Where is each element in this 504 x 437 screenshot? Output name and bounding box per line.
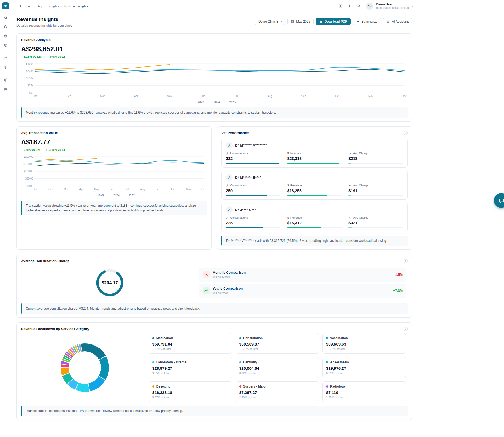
search-button[interactable] — [26, 2, 33, 10]
sidebar-group-bottom — [2, 76, 9, 93]
svg-text:Sep: Sep — [301, 95, 306, 98]
category-percent: 6.61% of total — [326, 372, 402, 375]
clinic-selector[interactable]: Demo Clinic 8▾ — [255, 18, 285, 25]
vet-performance-insight-note: D* M****** V******** leads with 23,315.7… — [221, 236, 408, 246]
apps-button[interactable] — [337, 2, 344, 10]
sun-icon — [348, 4, 352, 8]
user-menu-chevron-icon[interactable]: ⌄ — [411, 5, 414, 7]
sidebar-item-insights[interactable] — [2, 64, 9, 71]
consultations-label: Consultations — [226, 152, 280, 155]
sidebar-item-settings[interactable] — [2, 86, 9, 93]
category-value: $7,110 — [326, 390, 402, 395]
date-selector[interactable]: May 2025 — [287, 18, 314, 25]
user-avatar[interactable]: DU — [366, 3, 373, 10]
breakdown-donut-wrap — [21, 339, 149, 396]
sidebar-item-support[interactable] — [2, 23, 9, 30]
category-dot-icon — [239, 385, 241, 388]
svg-text:Nov: Nov — [186, 188, 191, 191]
sidebar-item-print[interactable] — [2, 32, 9, 40]
globe-icon — [3, 43, 8, 47]
comparison-texts: Yearly Comparison vs Last Year — [213, 286, 390, 295]
legend-swatch — [193, 102, 196, 102]
consultation-charge-body: $204.17 Monthly Comparison vs Last Month… — [21, 266, 408, 300]
chart-board-icon — [3, 65, 8, 69]
notifications-button[interactable] — [355, 2, 362, 10]
category-card[interactable]: Medication $59,791.04 19.77% of total — [149, 333, 232, 354]
category-card[interactable]: Radiology $7,110 2.35% of total — [322, 381, 406, 402]
user-name: Demo User — [376, 2, 409, 6]
ai-assistant-button[interactable]: AI Assistant — [383, 18, 412, 25]
legend-item-2023[interactable]: 2023 — [193, 101, 204, 104]
category-card[interactable]: Vaccination $39,683.63 13.12% of total — [322, 333, 406, 354]
avg-transaction-title: Avg Transaction Value — [21, 131, 58, 135]
theme-toggle-button[interactable] — [346, 2, 353, 10]
person-icon — [226, 184, 229, 187]
info-icon[interactable]: ? — [404, 259, 408, 263]
person-icon — [228, 176, 231, 179]
legend-item-2024[interactable]: 2024 — [209, 101, 220, 104]
legend-swatch — [225, 102, 228, 102]
revenue-delta-lm: ↑11.6% vs LM — [21, 55, 42, 58]
vet-card: D* M****** V******** Consultations 322 $… — [221, 139, 408, 168]
download-pdf-button[interactable]: Download PDF — [316, 18, 351, 25]
category-name: Desexing — [156, 385, 170, 388]
category-card[interactable]: Consultation $50,509.07 16.70% of total — [236, 333, 319, 354]
svg-text:Jun: Jun — [201, 95, 205, 98]
category-dot-icon — [326, 337, 328, 339]
vet-revenue: $Revenue $18,253 — [287, 184, 342, 196]
category-card[interactable]: Surgery - Major $7,267.27 2.40% of total — [236, 381, 319, 402]
svg-text:$100.00: $100.00 — [24, 170, 33, 173]
info-icon[interactable]: ? — [404, 327, 408, 331]
category-name: Consultation — [243, 336, 263, 340]
breadcrumb-app[interactable]: App — [38, 5, 43, 8]
breakdown-donut-chart[interactable] — [56, 339, 114, 396]
consultation-charge-insight-note: Current average consultation charge: A$2… — [21, 303, 408, 314]
svg-text:$225k: $225k — [26, 69, 33, 72]
revenue-bar-track — [287, 195, 342, 196]
svg-text:Feb: Feb — [48, 188, 53, 191]
avg-charge-value: $191 — [348, 188, 403, 193]
legend-item-2025[interactable]: 2025 — [225, 101, 236, 104]
avg-charge-label: Avg Charge — [348, 184, 403, 187]
category-card[interactable]: Dentistry $20,004.64 6.62% of total — [236, 357, 319, 378]
category-name: Surgery - Major — [243, 385, 267, 388]
category-card[interactable]: Anaesthesia $19,976.27 6.61% of total — [322, 357, 406, 378]
revenue-label: $Revenue — [287, 184, 342, 187]
metrics-row: Avg Transaction Value A$187.77 ↑0.4% vs … — [16, 126, 412, 250]
category-value: $16,228.18 — [152, 390, 228, 395]
avg-transaction-line-chart[interactable]: $0.00$50.00$100.00$150.00$200.00JanFebMa… — [21, 155, 207, 197]
vet-performance-header: Vet Performance ? — [221, 131, 408, 135]
app-logo[interactable] — [2, 2, 9, 9]
legend-item-2025[interactable]: 2025 — [124, 194, 135, 197]
consultations-value: 322 — [226, 156, 280, 161]
legend-label: 2023 — [198, 101, 204, 104]
folder-icon — [3, 56, 8, 60]
comparison-label: Monthly Comparison — [213, 270, 392, 275]
category-name-row: Desexing — [152, 385, 228, 388]
sidebar-item-home[interactable] — [2, 14, 9, 21]
sidebar-toggle-button[interactable] — [15, 2, 23, 10]
svg-text:$0.00: $0.00 — [27, 185, 33, 188]
revenue-line-chart[interactable]: $0k$75k$150k$225k$300kJanFebMarAprMayJun… — [21, 62, 408, 104]
info-icon[interactable]: ? — [404, 131, 408, 135]
summarize-button[interactable]: Summarize — [353, 18, 381, 25]
legend-item-2023[interactable]: 2023 — [93, 194, 104, 197]
legend-item-2024[interactable]: 2024 — [108, 194, 119, 197]
consultations-value: 225 — [226, 220, 280, 225]
home-icon — [3, 15, 8, 19]
category-card[interactable]: Desexing $16,228.18 5.37% of total — [149, 381, 232, 402]
sidebar-item-web[interactable] — [2, 41, 9, 49]
avg-charge-bar-fill — [348, 227, 352, 228]
category-card[interactable]: Laboratory - Internal $28,879.27 9.55% o… — [149, 357, 232, 378]
svg-text:$0k: $0k — [29, 91, 33, 94]
revenue-bar-fill — [287, 195, 327, 196]
page-title-block: Revenue Insights Detailed revenue insigh… — [16, 16, 72, 27]
revenue-value: $18,253 — [287, 188, 342, 193]
sidebar-item-files[interactable] — [2, 54, 9, 62]
user-block[interactable]: Demo User demo@curiouscat.com.au — [376, 2, 409, 10]
breadcrumb-insights[interactable]: Insights — [48, 5, 59, 8]
page-header: Revenue Insights Detailed revenue insigh… — [16, 12, 412, 28]
category-value: $20,004.64 — [239, 366, 315, 371]
sidebar-item-docs[interactable] — [2, 76, 9, 84]
avg-transaction-delta-lm: ↑0.4% vs LM — [21, 148, 40, 151]
